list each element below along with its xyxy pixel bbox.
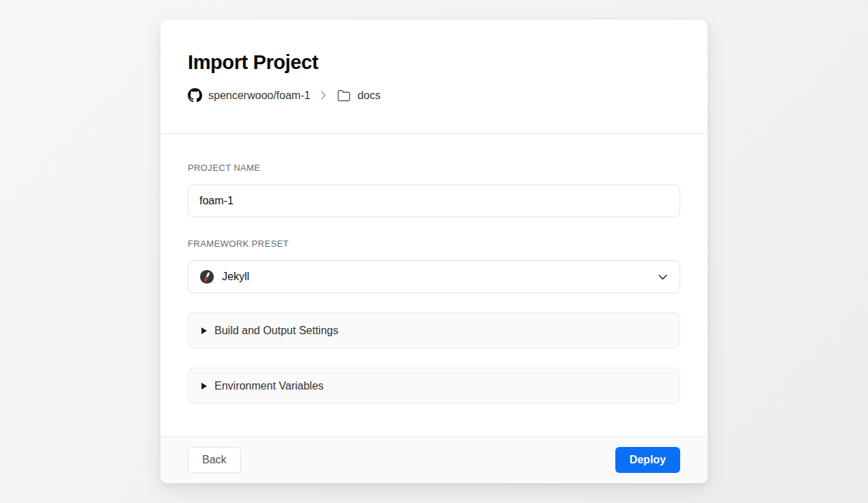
build-output-settings-label: Build and Output Settings [214,325,338,337]
dialog-body: PROJECT NAME FRAMEWORK PRESET Jekyll [160,134,708,436]
project-name-label: PROJECT NAME [188,163,680,173]
triangle-right-icon [201,327,207,334]
dialog-header: Import Project spencerwooo/foam-1 docs [160,20,708,134]
environment-variables-toggle[interactable]: Environment Variables [188,368,680,404]
project-name-input[interactable] [188,185,680,217]
breadcrumb-directory[interactable]: docs [357,90,380,102]
breadcrumb-repo[interactable]: spencerwooo/foam-1 [208,90,310,102]
framework-selected-value: Jekyll [222,271,249,283]
dialog-footer: Back Deploy [160,436,708,483]
chevron-down-icon [657,271,669,283]
build-output-settings-toggle[interactable]: Build and Output Settings [188,312,680,349]
back-button[interactable]: Back [188,447,241,473]
framework-preset-label: FRAMEWORK PRESET [188,239,680,249]
jekyll-logo-icon [199,269,214,284]
breadcrumb: spencerwooo/foam-1 docs [188,88,680,133]
framework-preset-select[interactable]: Jekyll [188,260,680,293]
environment-variables-label: Environment Variables [214,380,324,392]
github-logo-icon [188,88,202,103]
chevron-right-icon [318,90,329,101]
triangle-right-icon [201,383,207,390]
deploy-button[interactable]: Deploy [615,447,680,473]
import-project-dialog: Import Project spencerwooo/foam-1 docs [160,20,708,483]
folder-icon [337,89,351,103]
page-title: Import Project [188,51,680,74]
